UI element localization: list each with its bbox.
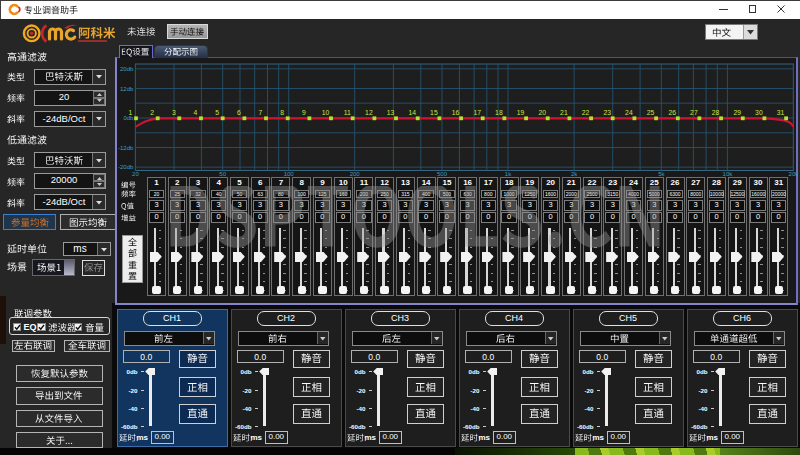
svg-text:25: 25: [647, 109, 655, 116]
svg-text:5: 5: [215, 109, 219, 116]
svg-text:20: 20: [538, 109, 546, 116]
svg-text:22: 22: [582, 109, 590, 116]
svg-text:29: 29: [734, 109, 742, 116]
svg-text:9: 9: [302, 109, 306, 116]
svg-text:2: 2: [150, 109, 154, 116]
svg-text:-20db: -20db: [118, 164, 134, 170]
svg-text:20db: 20db: [120, 66, 134, 72]
svg-text:10: 10: [322, 109, 330, 116]
svg-text:8: 8: [280, 109, 284, 116]
svg-text:14: 14: [408, 109, 416, 116]
svg-text:26: 26: [668, 109, 676, 116]
svg-text:12: 12: [365, 109, 373, 116]
svg-text:18: 18: [495, 109, 503, 116]
svg-text:11: 11: [344, 109, 351, 116]
svg-text:17: 17: [473, 109, 481, 116]
svg-text:7: 7: [259, 109, 263, 116]
svg-text:3: 3: [172, 109, 176, 116]
svg-text:6: 6: [237, 109, 241, 116]
svg-text:20: 20: [132, 171, 139, 177]
svg-text:23: 23: [603, 109, 611, 116]
svg-text:28: 28: [712, 109, 720, 116]
svg-text:20k: 20k: [789, 171, 798, 177]
svg-text:-12db: -12db: [118, 145, 134, 151]
svg-text:1: 1: [129, 109, 133, 116]
svg-text:4: 4: [194, 109, 198, 116]
svg-text:19: 19: [517, 109, 525, 116]
svg-text:16: 16: [452, 109, 460, 116]
svg-text:12db: 12db: [120, 86, 134, 92]
svg-text:15: 15: [430, 109, 438, 116]
svg-text:13: 13: [387, 109, 395, 116]
svg-text:30: 30: [755, 109, 763, 116]
svg-text:27: 27: [690, 109, 698, 116]
svg-text:31: 31: [777, 109, 785, 116]
svg-text:24: 24: [625, 109, 633, 116]
svg-text:21: 21: [560, 109, 568, 116]
